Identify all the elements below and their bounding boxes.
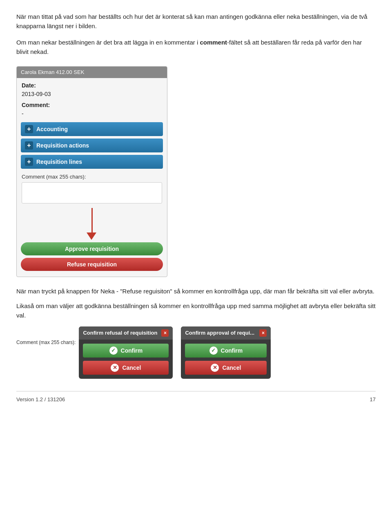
dialog1-wrapper: Comment (max 255 chars): Confirm refusal… (16, 326, 173, 379)
page-footer: Version 1.2 / 131206 17 (16, 391, 376, 404)
comment-textarea[interactable] (22, 182, 162, 203)
date-value: 2013-09-03 (22, 90, 162, 98)
dialog1-title: Confirm refusal of requisition × (79, 326, 173, 340)
dialog2-cancel-label: Cancel (222, 364, 241, 371)
approve-button[interactable]: Approve requisition (21, 242, 163, 255)
requisition-actions-accordion[interactable]: + Requisition actions (21, 139, 163, 152)
dialog2-title-text: Confirm approval of requi... (185, 329, 254, 337)
date-label: Date: (22, 81, 162, 90)
comment-value: - (22, 110, 162, 118)
dialog2-close-button[interactable]: × (259, 329, 267, 337)
panel-info: Date: 2013-09-03 Comment: - (17, 78, 167, 120)
dialog2-confirm-check-icon: ✓ (209, 346, 218, 355)
accounting-plus-icon: + (25, 125, 33, 133)
dialog2-confirm-button[interactable]: ✓ Confirm (185, 344, 267, 358)
dialog1-confirm-label: Confirm (121, 347, 143, 354)
panel-arrow-head (87, 232, 96, 240)
footer-page: 17 (370, 396, 376, 404)
requisition-lines-plus-icon: + (25, 158, 33, 166)
footer-version: Version 1.2 / 131206 (16, 396, 65, 404)
dialog1-confirm-button[interactable]: ✓ Confirm (83, 344, 169, 358)
paragraph-4: Likaså om man väljer att godkänna bestäl… (16, 302, 376, 320)
dialog2-title: Confirm approval of requi... × (181, 326, 271, 340)
dialogs-row: Comment (max 255 chars): Confirm refusal… (16, 326, 376, 379)
accounting-accordion[interactable]: + Accounting (21, 122, 163, 136)
dialog2-cancel-x-icon: ✕ (211, 364, 219, 372)
dialog2-cancel-button[interactable]: ✕ Cancel (185, 361, 267, 375)
ui-panel-wrapper: Carola Ekman 412.00 SEK Date: 2013-09-03… (16, 66, 376, 277)
para2-text1: Om man nekar beställningen är det bra at… (16, 39, 200, 46)
ui-panel: Carola Ekman 412.00 SEK Date: 2013-09-03… (16, 66, 167, 277)
comment-field-label: Comment (max 255 chars): (22, 173, 162, 181)
comment-section: Comment (max 255 chars): (17, 170, 167, 208)
panel-arrow-shaft (91, 208, 93, 232)
dialog2-body: ✓ Confirm ✕ Cancel (181, 340, 271, 379)
dialog1-comment-label: Comment (max 255 chars): (16, 326, 76, 346)
requisition-lines-label: Requisition lines (36, 159, 82, 165)
comment-label: Comment: (22, 101, 162, 110)
requisition-lines-accordion[interactable]: + Requisition lines (21, 155, 163, 169)
dialog1-cancel-label: Cancel (122, 364, 141, 371)
dialog1-confirm-check-icon: ✓ (109, 346, 118, 355)
requisition-actions-plus-icon: + (25, 141, 33, 150)
requisition-actions-label: Requisition actions (36, 142, 89, 149)
para2-bold: comment (200, 39, 227, 46)
dialog2-confirm-label: Confirm (221, 347, 243, 354)
dialog2-wrapper: Confirm approval of requi... × ✓ Confirm… (181, 326, 271, 379)
dialog1-cancel-button[interactable]: ✕ Cancel (83, 361, 169, 375)
paragraph-1: När man tittat på vad som har beställts … (16, 12, 376, 31)
accounting-label: Accounting (36, 126, 68, 132)
dialog1-box: Confirm refusal of requisition × ✓ Confi… (79, 326, 173, 379)
paragraph-2: Om man nekar beställningen är det bra at… (16, 38, 376, 56)
refuse-button[interactable]: Refuse requisition (21, 258, 163, 271)
dialog1-close-button[interactable]: × (161, 329, 169, 337)
panel-header: Carola Ekman 412.00 SEK (17, 67, 167, 78)
dialog1-cancel-x-icon: ✕ (111, 364, 119, 372)
paragraph-3: När man tryckt på knappen för Neka - "Re… (16, 287, 376, 296)
dialog2-box: Confirm approval of requi... × ✓ Confirm… (181, 326, 271, 379)
dialog1-body: ✓ Confirm ✕ Cancel (79, 340, 173, 379)
dialog1-title-text: Confirm refusal of requisition (83, 329, 157, 337)
